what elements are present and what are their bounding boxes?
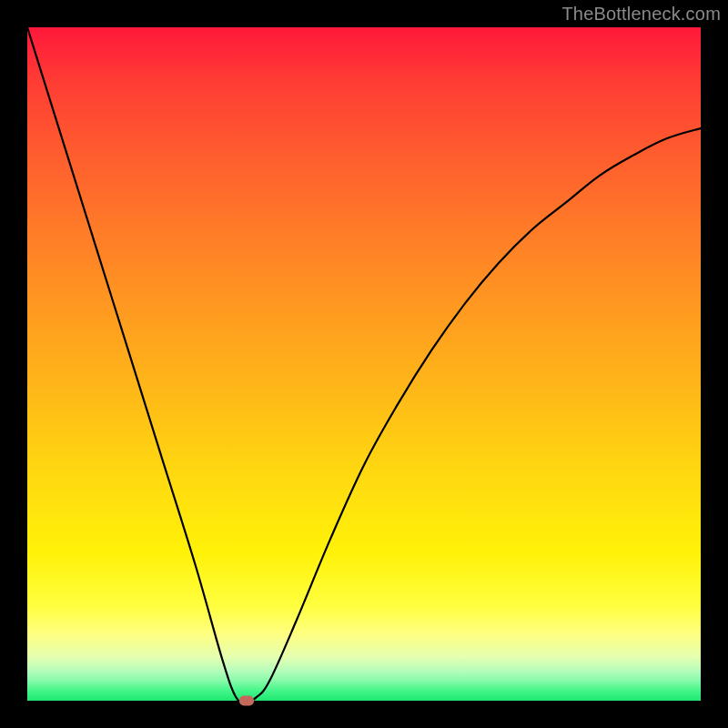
bottleneck-curve [27,27,701,701]
minimum-marker [239,696,254,706]
chart-frame: TheBottleneck.com [0,0,728,728]
chart-svg [27,27,701,701]
watermark-text: TheBottleneck.com [561,4,721,25]
